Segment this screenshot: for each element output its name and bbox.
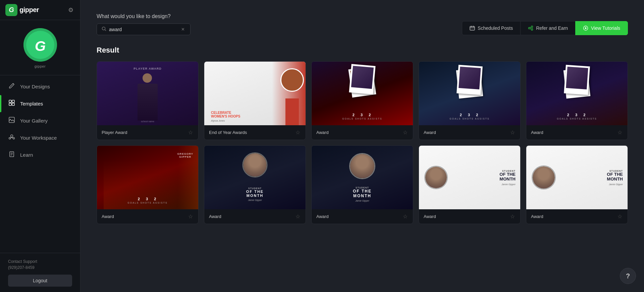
- svg-line-16: [105, 30, 106, 31]
- card-label: Award: [209, 214, 221, 219]
- search-prompt: What would you like to design?: [97, 13, 462, 19]
- card-footer: Player Award ☆: [97, 125, 198, 140]
- svg-point-23: [531, 29, 533, 30]
- search-box: ✕: [97, 23, 191, 35]
- card-thumbnail: 4:5 video STUDENT OF THE MONTH Jamie Gip…: [204, 146, 306, 209]
- card-thumbnail: story video 2 3 2 GOALS SHOTS ASSISTS: [419, 62, 520, 125]
- support-text: Contact Support (929)207-8459: [8, 259, 72, 271]
- card-label: Award: [424, 214, 436, 219]
- view-tutorials-button[interactable]: View Tutorials: [575, 21, 628, 35]
- card-visual: 2 3 2 GOALS SHOTS ASSISTS: [312, 62, 413, 125]
- results-row-1: 4:5 PLAYER AWARD school name Player Awar…: [97, 61, 628, 140]
- svg-rect-17: [470, 26, 475, 30]
- sidebar: G gipper ⚙ G gipper Your Designs: [0, 0, 80, 292]
- sidebar-item-templates[interactable]: Templates: [0, 95, 80, 112]
- card-thumbnail: STUDENT OF THEMONTH Jamie Gipper: [419, 146, 520, 209]
- card-visual: PLAYER AWARD school name: [97, 62, 198, 125]
- help-button[interactable]: ?: [620, 268, 636, 284]
- results-row-2: video GREGORYGIPPER 2 3 2 GOALS SHOTS AS…: [97, 145, 628, 224]
- sidebar-item-your-designs[interactable]: Your Designs: [0, 78, 80, 95]
- result-title: Result: [97, 46, 628, 55]
- logo-wordmark: gipper: [19, 6, 39, 14]
- svg-point-10: [13, 138, 15, 139]
- svg-line-25: [530, 28, 531, 29]
- card-visual: 2 3 2 GOALS SHOTS ASSISTS: [526, 62, 628, 125]
- settings-button[interactable]: ⚙: [67, 5, 75, 15]
- favorite-button[interactable]: ☆: [187, 213, 194, 220]
- template-card-eoy-awards[interactable]: CELEBRATEWOMEN'S HOOPS Alyssa Jones End …: [204, 61, 306, 140]
- card-footer: Award ☆: [97, 209, 198, 224]
- logout-button[interactable]: Logout: [8, 275, 72, 287]
- card-visual: STUDENT OF THEMONTH Jamie Gipper: [419, 146, 520, 209]
- template-card-award-5[interactable]: video 2 3 2 GOALS SHOTS ASSISTS: [526, 61, 628, 140]
- card-label: End of Year Awards: [209, 130, 247, 135]
- result-section: Result 4:5 PLAYER AWARD school name: [97, 46, 628, 279]
- card-visual: CELEBRATEWOMEN'S HOOPS Alyssa Jones: [204, 62, 306, 125]
- card-thumbnail: video 2 3 2 GOALS SHOTS ASSISTS: [526, 62, 628, 125]
- template-card-award-3[interactable]: 4:5 video 2 3 2 GOALS SHOTS ASSISTS: [311, 61, 413, 140]
- sidebar-footer: Contact Support (929)207-8459 Logout: [0, 253, 80, 292]
- card-label: Award: [316, 214, 329, 219]
- template-card-award-6[interactable]: video GREGORYGIPPER 2 3 2 GOALS SHOTS AS…: [97, 145, 199, 224]
- svg-point-15: [102, 27, 105, 30]
- nav-label-your-designs: Your Designs: [20, 84, 50, 89]
- refer-earn-button[interactable]: Refer and Earn: [521, 21, 575, 35]
- logo-icon: G: [5, 4, 17, 16]
- learn-icon: [8, 151, 15, 159]
- svg-point-21: [529, 27, 530, 29]
- card-label: Award: [531, 130, 543, 135]
- pen-icon: [8, 83, 15, 90]
- favorite-button[interactable]: ☆: [402, 213, 408, 220]
- avatar-section: G gipper: [0, 20, 80, 75]
- search-clear-button[interactable]: ✕: [180, 27, 185, 32]
- card-thumbnail: story STUDENT OF THE MONTH Jamie Gipper: [312, 146, 413, 209]
- avatar: G: [23, 28, 57, 62]
- card-footer: End of Year Awards ☆: [204, 125, 306, 140]
- sidebar-item-learn[interactable]: Learn: [0, 146, 80, 163]
- svg-rect-6: [12, 103, 14, 105]
- avatar-label: gipper: [35, 64, 46, 68]
- card-footer: Award ☆: [419, 125, 520, 140]
- card-footer: Award ☆: [419, 209, 520, 224]
- search-section: What would you like to design? ✕: [97, 13, 462, 35]
- favorite-button[interactable]: ☆: [617, 129, 623, 136]
- card-label: Award: [316, 130, 329, 135]
- toolbar-buttons: Scheduled Posts Refer and Earn View Tuto…: [462, 13, 628, 35]
- favorite-button[interactable]: ☆: [402, 129, 408, 136]
- card-thumbnail: video GREGORYGIPPER 2 3 2 GOALS SHOTS AS…: [97, 146, 198, 209]
- sidebar-header: G gipper ⚙: [0, 0, 80, 20]
- template-card-sotm-3[interactable]: STUDENT OF THEMONTH Jamie Gipper Award ☆: [419, 145, 521, 224]
- svg-point-9: [9, 138, 11, 139]
- template-card-player-award[interactable]: 4:5 PLAYER AWARD school name Player Awar…: [97, 61, 199, 140]
- svg-marker-27: [585, 27, 587, 29]
- favorite-button[interactable]: ☆: [509, 213, 516, 220]
- scheduled-posts-button[interactable]: Scheduled Posts: [462, 21, 521, 35]
- search-input[interactable]: [109, 27, 178, 32]
- favorite-button[interactable]: ☆: [509, 129, 516, 136]
- template-card-award-4[interactable]: story video 2 3 2 GOALS SHOTS ASSISTS: [419, 61, 521, 140]
- card-label: Award: [531, 214, 543, 219]
- card-label: Award: [102, 214, 114, 219]
- svg-rect-4: [12, 100, 14, 102]
- template-card-sotm-2[interactable]: story STUDENT OF THE MONTH Jamie Gipper: [311, 145, 413, 224]
- svg-point-8: [11, 135, 13, 137]
- template-card-sotm-4[interactable]: STUDENT OF THEMONTH Jamie Gipper Award ☆: [526, 145, 628, 224]
- svg-line-24: [530, 27, 531, 28]
- card-footer: Award ☆: [204, 209, 306, 224]
- sidebar-item-your-gallery[interactable]: Your Gallery: [0, 112, 80, 129]
- favorite-button[interactable]: ☆: [617, 213, 623, 220]
- card-visual: STUDENT OF THE MONTH Jamie Gipper: [204, 146, 306, 209]
- sidebar-item-your-workspace[interactable]: Your Workspace: [0, 129, 80, 146]
- nav-label-learn: Learn: [20, 152, 33, 158]
- favorite-button[interactable]: ☆: [295, 129, 301, 136]
- favorite-button[interactable]: ☆: [187, 129, 194, 136]
- nav-label-your-workspace: Your Workspace: [20, 135, 57, 141]
- card-thumbnail: STUDENT OF THEMONTH Jamie Gipper: [526, 146, 628, 209]
- template-card-sotm-1[interactable]: 4:5 video STUDENT OF THE MONTH Jamie Gip…: [204, 145, 306, 224]
- card-visual: STUDENT OF THE MONTH Jamie Gipper: [312, 146, 413, 209]
- workspace-icon: [8, 134, 15, 142]
- gallery-icon: [8, 117, 15, 125]
- svg-point-22: [531, 26, 533, 28]
- svg-rect-3: [9, 100, 11, 102]
- favorite-button[interactable]: ☆: [295, 213, 301, 220]
